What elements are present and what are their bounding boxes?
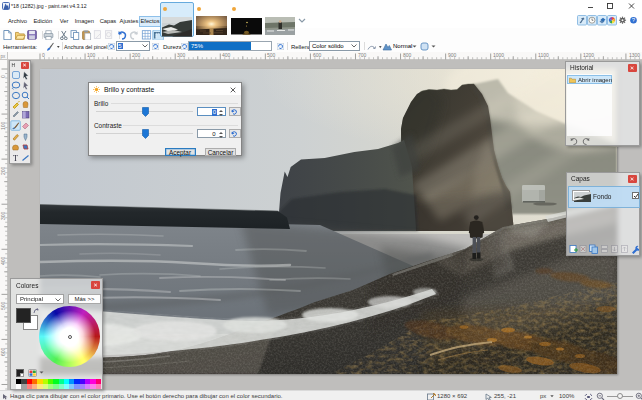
svg-text:T: T [13, 154, 18, 163]
